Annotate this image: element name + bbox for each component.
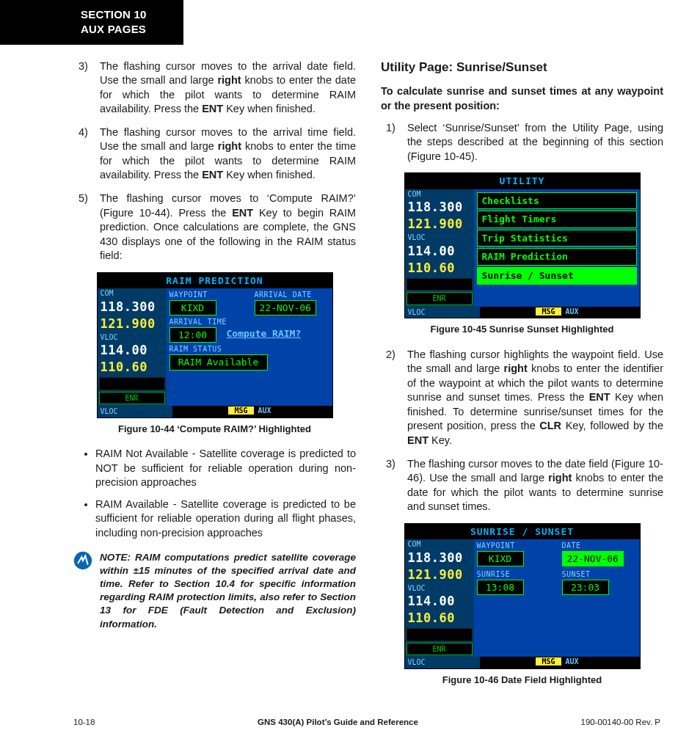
footer: 10-18 GNS 430(A) Pilot’s Guide and Refer… [0,698,700,740]
lead-in: To calculate sunrise and sunset times at… [381,84,663,113]
right-steps-a: Select ‘Sunrise/Sunset’ from the Utility… [381,121,663,164]
utility-item: Sunrise / Sunset [477,267,637,285]
step-item: The flashing cursor moves to the date fi… [401,457,663,514]
device-title: UTILITY [405,173,640,189]
left-steps: The flashing cursor moves to the arrival… [73,59,356,263]
section-line2: AUX PAGES [81,22,170,37]
right-column: Utility Page: Sunrise/Sunset To calculat… [381,59,663,699]
left-bullets: RAIM Not Available - Satellite coverage … [81,447,356,540]
utility-item: RAIM Prediction [477,248,637,266]
figure-10-44: RAIM PREDICTION COM 118.300 121.900 VLOC… [97,272,333,418]
figure-10-46: SUNRISE / SUNSET COM 118.300 121.900 VLO… [404,523,641,669]
fig46-caption: Figure 10-46 Date Field Highlighted [381,674,663,687]
doc-rev: 190-00140-00 Rev. P [581,717,660,729]
bullet-item: RAIM Not Available - Satellite coverage … [95,447,356,490]
section-line1: SECTION 10 [81,7,170,22]
utility-item: Checklists [477,192,637,210]
fig44-caption: Figure 10-44 ‘Compute RAIM?’ Highlighted [73,423,356,436]
step-item: The flashing cursor highlights the waypo… [401,348,663,448]
doc-title: GNS 430(A) Pilot’s Guide and Reference [258,717,418,729]
device-title: RAIM PREDICTION [98,273,332,289]
utility-item: Trip Statistics [477,230,637,247]
device-title: SUNRISE / SUNSET [405,524,640,540]
section-header: SECTION 10 AUX PAGES [0,0,183,45]
utility-item: Flight Timers [477,211,637,228]
fig45-caption: Figure 10-45 Sunrise Sunset Highlighted [381,323,663,336]
step-item: The flashing cursor moves to the arrival… [94,125,356,183]
step-item: The flashing cursor moves to ‘Compute RA… [94,192,356,263]
page-number: 10-18 [73,717,95,729]
note-row: NOTE: RAIM computations predict satellit… [73,551,356,631]
main-column: WAYPOINT KIXD ARRIVAL DATE 22-NOV-06 ARR… [167,288,332,406]
step-item: The flashing cursor moves to the arrival… [94,59,356,117]
subheading: Utility Page: Sunrise/Sunset [381,59,663,76]
note-icon [73,551,92,575]
step-item: Select ‘Sunrise/Sunset’ from the Utility… [401,121,663,164]
freq-column: COM 118.300 121.900 VLOC 114.00 110.60 E… [98,288,167,406]
left-column: The flashing cursor moves to the arrival… [73,59,356,699]
right-steps-b: The flashing cursor highlights the waypo… [381,348,663,514]
note-text: NOTE: RAIM computations predict satellit… [100,551,356,631]
bullet-item: RAIM Available - Satellite coverage is p… [95,497,356,541]
figure-10-45: UTILITY COM 118.300 121.900 VLOC 114.00 … [404,172,641,318]
